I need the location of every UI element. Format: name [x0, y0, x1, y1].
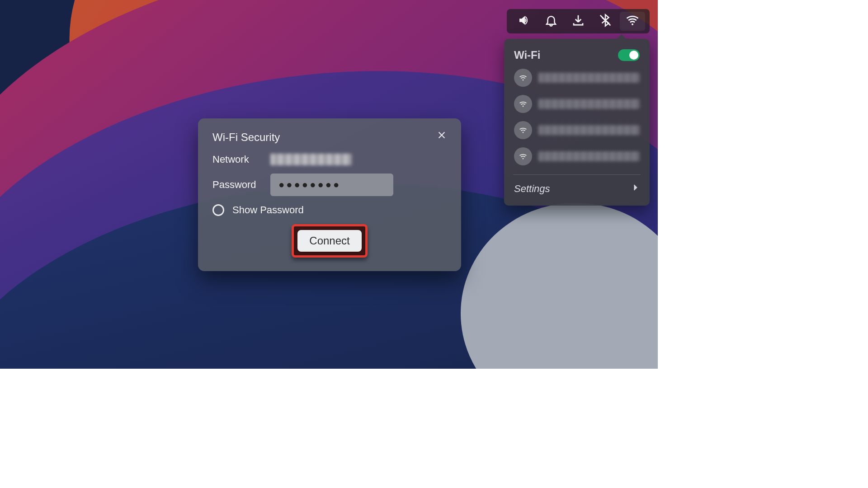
wifi-network-name-redacted	[538, 151, 640, 161]
network-name-redacted	[270, 154, 352, 165]
wifi-icon	[514, 147, 532, 165]
wifi-panel-title: Wi-Fi	[514, 49, 540, 61]
close-icon	[437, 130, 447, 142]
password-input[interactable]	[270, 174, 393, 196]
wifi-security-dialog: Wi-Fi Security Network Password Show Pas…	[198, 118, 461, 271]
wifi-settings-link[interactable]: Settings	[514, 183, 640, 195]
svg-point-2	[523, 80, 524, 81]
wifi-network-name-redacted	[538, 99, 640, 109]
chevron-right-icon	[631, 183, 640, 195]
wifi-icon	[514, 121, 532, 139]
radio-unchecked-icon	[212, 204, 224, 216]
tray-downloads[interactable]	[566, 12, 591, 31]
wifi-toggle[interactable]	[618, 49, 640, 61]
svg-point-1	[632, 23, 633, 25]
dialog-title: Wi-Fi Security	[212, 131, 447, 144]
tray-wifi[interactable]	[620, 12, 645, 31]
show-password-label: Show Password	[232, 204, 304, 216]
wifi-network-item[interactable]	[514, 120, 640, 140]
wifi-settings-label: Settings	[514, 183, 550, 195]
wifi-network-list	[514, 68, 640, 166]
connect-highlight: Connect	[292, 224, 367, 258]
svg-point-3	[523, 106, 524, 107]
tray-notifications[interactable]	[538, 12, 564, 31]
tray-sound[interactable]	[511, 12, 537, 31]
tray-bluetooth[interactable]	[593, 12, 618, 31]
divider	[513, 174, 641, 175]
wifi-icon	[514, 69, 532, 87]
wifi-network-name-redacted	[538, 73, 640, 83]
show-password-checkbox[interactable]: Show Password	[212, 204, 447, 216]
svg-point-4	[523, 132, 524, 133]
wifi-icon	[514, 95, 532, 113]
wifi-network-item[interactable]	[514, 146, 640, 166]
download-icon	[571, 14, 585, 29]
wifi-panel: Wi-Fi Settings	[504, 39, 650, 206]
connect-button[interactable]: Connect	[297, 230, 361, 252]
bluetooth-off-icon	[599, 14, 612, 29]
bell-icon	[544, 14, 558, 29]
wifi-network-item[interactable]	[514, 68, 640, 88]
network-label: Network	[212, 154, 262, 165]
wifi-network-item[interactable]	[514, 94, 640, 114]
system-tray	[507, 9, 650, 33]
dialog-close-button[interactable]	[435, 129, 448, 143]
wifi-icon	[626, 14, 639, 29]
svg-point-5	[523, 158, 524, 160]
password-label: Password	[212, 179, 262, 191]
sound-icon	[517, 14, 531, 29]
wifi-network-name-redacted	[538, 125, 640, 135]
